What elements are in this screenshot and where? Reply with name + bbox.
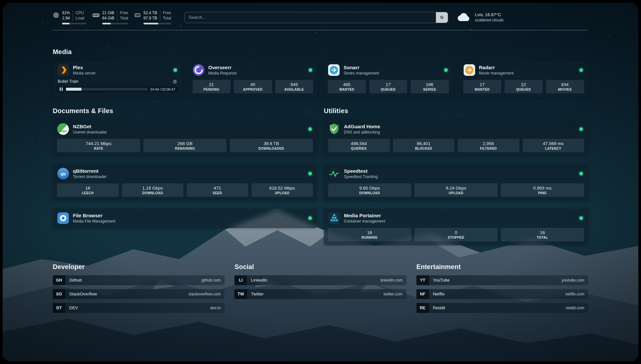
memory-free-value: 21 GiB: [102, 11, 114, 16]
cpu-percent: 31%: [62, 11, 70, 16]
topbar-divider: [53, 30, 588, 30]
service-card-nzbget[interactable]: nzbget NZBGet Usenet downloader 74: [53, 120, 317, 156]
service-subtitle: Movie management: [479, 71, 514, 76]
service-card-speedtest[interactable]: Speedtest Speedtest Tracking 9.65 Gbps D…: [324, 164, 588, 201]
memory-widget: 21 GiB 64 GiB Free Total: [92, 11, 128, 24]
bookmark-url: twitter.com: [383, 292, 402, 296]
pause-button[interactable]: [59, 87, 63, 91]
speedtest-icon: [328, 167, 340, 180]
filebrowser-icon: [57, 212, 69, 224]
service-subtitle: Media server: [73, 71, 96, 76]
cpu-icon: [53, 12, 59, 18]
service-card-portainer[interactable]: Media Portainer Container management 16 …: [324, 209, 588, 245]
service-name: Speedtest: [344, 168, 378, 174]
status-dot: [308, 127, 312, 131]
section-utilities: Utilities: [324, 107, 588, 245]
qbittorrent-icon: qb: [57, 167, 69, 180]
bookmark-group-entertainment: Entertainment YT YouTube youtube.com NF …: [416, 263, 588, 313]
service-card-overseerr[interactable]: Overseerr Media Requests 21 PENDING 40 A…: [188, 61, 318, 97]
disk-icon: [134, 12, 141, 18]
stat-wanted: 485 WANTED: [328, 80, 366, 93]
cloud-icon: [457, 12, 471, 23]
bookmark-url: linkedin.com: [381, 278, 403, 283]
service-subtitle: Series management: [344, 71, 379, 76]
bookmark-url: netflix.com: [565, 292, 584, 296]
bookmark-youtube[interactable]: YT YouTube youtube.com: [416, 275, 588, 285]
bookmark-abbr: TW: [234, 289, 247, 299]
search-input[interactable]: [185, 12, 436, 23]
stat-ping: 0.993 ms PING: [501, 183, 584, 197]
bookmark-abbr: LI: [234, 275, 247, 285]
bookmark-abbr: DT: [53, 303, 65, 313]
service-card-radarr[interactable]: Radarr Movie management 17 WANTED 22 QUE…: [459, 61, 589, 97]
status-dot: [579, 127, 583, 131]
bookmark-linkedin[interactable]: LI LinkedIn linkedin.com: [234, 275, 406, 285]
stat-upload: 9.24 Gbps UPLOAD: [414, 183, 498, 197]
stat-upload: 618.52 Mbps UPLOAD: [252, 183, 313, 197]
bookmark-abbr: RE: [416, 303, 429, 313]
search-engine-button[interactable]: G: [436, 12, 448, 23]
service-subtitle: Container management: [344, 219, 385, 224]
stat-pending: 21 PENDING: [193, 80, 231, 93]
status-dot: [444, 68, 448, 72]
disk-total-label: Total: [163, 16, 171, 21]
stat-downloaded: 39.6 TB DOWNLOADED: [230, 139, 313, 152]
bookmark-abbr: GH: [53, 275, 65, 285]
stat-stopped: 0 STOPPED: [414, 228, 498, 241]
status-dot: [173, 68, 177, 72]
svg-text:nzbget: nzbget: [59, 129, 67, 132]
disk-widget: 52.4 TB 97.9 TB Free Total: [134, 11, 171, 24]
memory-total-label: Total: [120, 16, 128, 21]
service-subtitle: Usenet downloader: [73, 130, 107, 135]
bookmark-url: stackoverflow.com: [188, 292, 221, 296]
bookmark-github[interactable]: GH Github github.com: [53, 275, 225, 285]
bookmark-name: YouTube: [433, 278, 450, 283]
bookmark-dev[interactable]: DT DEV dev.to: [53, 303, 225, 313]
stat-queries: 498,564 QUERIES: [328, 139, 390, 152]
cpu-usage-bar: [62, 23, 86, 24]
radarr-icon: [463, 64, 475, 76]
status-dot: [309, 68, 312, 72]
cpu-widget: 31% 2.94 CPU Load: [53, 11, 86, 24]
portainer-icon: [328, 212, 340, 224]
gear-icon[interactable]: ⚙: [173, 79, 177, 84]
stat-download: 9.65 Gbps DOWNLOAD: [328, 183, 411, 197]
service-subtitle: Torrent downloader: [73, 174, 107, 179]
status-dot: [308, 172, 312, 175]
service-card-plex[interactable]: Plex Media server Bullet Train ⚙: [53, 61, 182, 97]
service-card-qbittorrent[interactable]: qb qBittorrent Torrent downloader: [53, 164, 317, 201]
disk-total-value: 97.9 TB: [143, 16, 157, 21]
stat-seed: 471 SEED: [187, 183, 248, 197]
status-dot: [579, 216, 583, 220]
weather-condition: scattered clouds: [475, 18, 504, 22]
service-card-sonarr[interactable]: Sonarr Series management 485 WANTED 17 Q…: [323, 61, 453, 97]
service-name: Media Portainer: [344, 213, 385, 218]
bookmark-name: LinkedIn: [251, 278, 267, 283]
bookmark-reddit[interactable]: RE Reddit reddit.com: [416, 303, 588, 313]
playback-time: 24:44 / 02:06:47: [150, 87, 175, 91]
bookmark-url: reddit.com: [566, 306, 584, 310]
bookmark-twitter[interactable]: TW Twitter twitter.com: [234, 289, 406, 299]
service-card-filebrowser[interactable]: File Browser Media File Management: [53, 209, 317, 228]
service-name: AdGuard Home: [344, 124, 380, 129]
bookmark-name: Reddit: [433, 305, 445, 310]
weather-widget: Lviv, 16.87°C scattered clouds: [457, 12, 504, 23]
service-card-adguard[interactable]: AdGuard Home DNS and adblocking 498,564 …: [324, 120, 588, 156]
service-name: Radarr: [479, 65, 514, 70]
stat-queued: 17 QUEUED: [369, 80, 408, 93]
adguard-icon: [328, 123, 340, 135]
stat-latency: 47.569 ms LATENCY: [523, 139, 584, 152]
stat-movies: 834 MOVIES: [546, 80, 584, 93]
cpu-load-average: 2.94: [62, 16, 70, 21]
sonarr-icon: [328, 64, 340, 76]
stat-running: 16 RUNNING: [328, 228, 411, 241]
service-name: File Browser: [73, 213, 115, 218]
bookmark-stackoverflow[interactable]: SO StackOverflow stackoverflow.com: [53, 289, 225, 299]
stat-series: 196 SERIES: [411, 80, 449, 93]
weather-location-temp: Lviv, 16.87°C: [475, 12, 504, 17]
bookmark-netflix[interactable]: NF Netflix netflix.com: [416, 289, 588, 299]
stat-available: 945 AVAILABLE: [275, 80, 314, 93]
overseerr-icon: [193, 64, 205, 76]
stat-total: 16 TOTAL: [501, 228, 584, 241]
stat-filtered: 2,956 FILTERED: [458, 139, 519, 152]
